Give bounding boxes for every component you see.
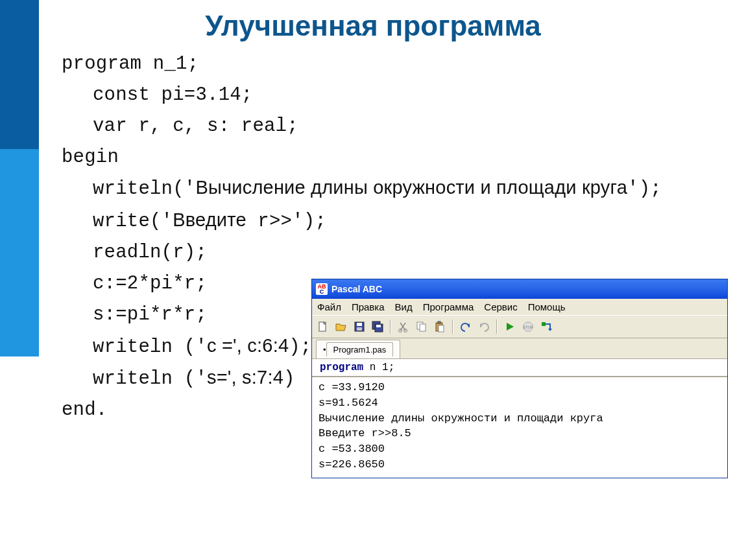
run-icon[interactable]: [504, 321, 516, 332]
output-line: s=226.8650: [319, 457, 721, 472]
pascal-abc-icon: ABC: [316, 283, 328, 295]
undo-icon[interactable]: [460, 321, 472, 332]
menu-program[interactable]: Программа: [423, 301, 474, 312]
redo-icon[interactable]: [478, 321, 490, 332]
cut-icon[interactable]: [398, 321, 409, 332]
ide-window: ABC Pascal ABC Файл Правка Вид Программа…: [311, 279, 728, 478]
output-line: c =53.3800: [319, 441, 721, 457]
svg-rect-12: [420, 324, 426, 331]
svg-rect-4: [357, 323, 362, 326]
menu-edit[interactable]: Правка: [352, 301, 385, 312]
menu-help[interactable]: Помощь: [528, 301, 566, 312]
svg-rect-15: [439, 325, 444, 332]
save-all-icon[interactable]: [372, 321, 383, 332]
svg-rect-5: [357, 327, 362, 331]
save-icon[interactable]: [354, 321, 365, 332]
paste-icon[interactable]: [434, 321, 446, 332]
ide-titlebar: ABC Pascal ABC: [312, 279, 727, 299]
menu-view[interactable]: Вид: [395, 301, 413, 312]
stop-icon[interactable]: STOP: [522, 321, 534, 332]
svg-rect-14: [438, 321, 440, 323]
svg-marker-22: [548, 329, 552, 331]
menu-file[interactable]: Файл: [317, 301, 341, 312]
step-icon[interactable]: [540, 321, 552, 332]
svg-marker-18: [507, 323, 514, 331]
new-file-icon[interactable]: [317, 321, 329, 332]
ide-menubar: Файл Правка Вид Программа Сервис Помощь: [312, 299, 727, 315]
output-line: s=91.5624: [319, 395, 721, 411]
menu-service[interactable]: Сервис: [484, 301, 517, 312]
output-line: Введите r>>8.5: [319, 426, 721, 441]
output-line: c =33.9120: [319, 380, 721, 395]
svg-text:STOP: STOP: [523, 325, 533, 329]
svg-rect-21: [542, 322, 546, 326]
output-line: Вычисление длины окружности и площади кр…: [319, 411, 721, 426]
ide-output: c =33.9120 s=91.5624 Вычисление длины ок…: [312, 376, 727, 478]
slide-title: Улучшенная программа: [0, 0, 746, 49]
open-file-icon[interactable]: [335, 321, 347, 332]
ide-toolbar: STOP: [312, 315, 727, 338]
svg-rect-8: [376, 325, 381, 327]
side-decoration: [0, 0, 39, 560]
copy-icon[interactable]: [416, 321, 427, 332]
ide-editor[interactable]: program n 1;: [312, 358, 727, 376]
svg-marker-2: [336, 324, 346, 331]
ide-tabbar: •Program1.pas: [312, 338, 727, 358]
file-tab[interactable]: •Program1.pas: [316, 340, 400, 358]
ide-title-text: Pascal ABC: [331, 284, 382, 294]
